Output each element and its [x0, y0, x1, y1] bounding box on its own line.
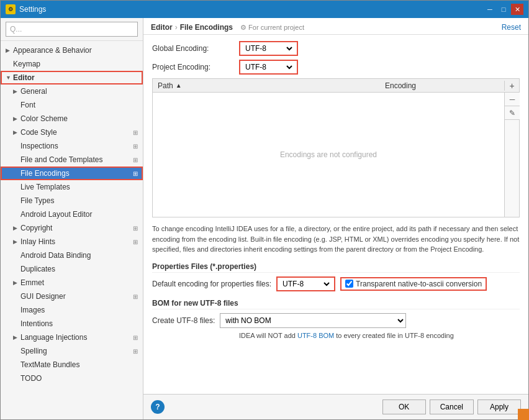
- ok-button[interactable]: OK: [382, 399, 426, 414]
- settings-icon: ⊞: [133, 293, 138, 300]
- sidebar-item-images[interactable]: Images: [1, 303, 143, 317]
- window-controls: ─ □ ✕: [484, 4, 523, 15]
- search-input[interactable]: [6, 22, 138, 37]
- table-sidebar: ─ ✎: [504, 93, 519, 217]
- sidebar-item-todo[interactable]: TODO: [1, 372, 143, 385]
- bom-section-title: BOM for new UTF-8 files: [152, 299, 520, 309]
- maximize-button[interactable]: □: [497, 4, 510, 15]
- main-panel: Editor › File Encodings ⚙ For current pr…: [143, 18, 528, 419]
- settings-icon: ⊞: [133, 143, 138, 150]
- expand-arrow: ▶: [13, 280, 20, 286]
- expand-arrow: ▶: [13, 88, 20, 94]
- settings-icon: ⊞: [133, 239, 138, 245]
- sidebar-item-spelling[interactable]: Spelling ⊞: [1, 344, 143, 358]
- sort-arrow-icon: ▲: [176, 82, 182, 89]
- expand-arrow: ▶: [13, 334, 20, 340]
- app-icon: ⚙: [6, 4, 16, 14]
- sidebar-item-android-layout-editor[interactable]: Android Layout Editor: [1, 208, 143, 221]
- description-text: To change encoding IntelliJ IDEA uses fo…: [152, 224, 520, 255]
- sidebar-item-file-types[interactable]: File Types: [1, 194, 143, 208]
- sidebar-item-intentions[interactable]: Intentions: [1, 317, 143, 331]
- global-encoding-label: Global Encoding:: [152, 44, 239, 53]
- sidebar-item-emmet[interactable]: ▶ Emmet: [1, 276, 143, 290]
- expand-arrow: ▶: [13, 225, 20, 231]
- encoding-column-header: Encoding: [380, 81, 504, 90]
- transparent-label: Transparent native-to-ascii conversion: [356, 280, 482, 288]
- settings-icon: ⊞: [133, 225, 138, 232]
- bom-note: IDEA will NOT add UTF-8 BOM to every cre…: [152, 332, 520, 339]
- apply-button[interactable]: Apply: [477, 399, 521, 414]
- global-encoding-dropdown[interactable]: UTF-8 UTF-16 ISO-8859-1: [243, 43, 294, 53]
- reset-link[interactable]: Reset: [502, 23, 521, 32]
- properties-row: Default encoding for properties files: U…: [152, 276, 520, 291]
- cancel-button[interactable]: Cancel: [430, 399, 474, 414]
- expand-arrow: ▼: [6, 75, 13, 81]
- table-empty-message: Encodings are not configured: [153, 93, 504, 217]
- minimize-button[interactable]: ─: [484, 4, 496, 15]
- settings-icon: ⊞: [133, 170, 138, 177]
- settings-icon: ⊞: [133, 129, 138, 136]
- table-up-button[interactable]: ─: [505, 93, 520, 106]
- breadcrumb-current: File Encodings: [180, 23, 233, 32]
- bom-note-prefix: IDEA will NOT add: [239, 332, 297, 339]
- breadcrumb: Editor › File Encodings ⚙ For current pr…: [151, 23, 304, 32]
- sidebar-item-copyright[interactable]: ▶ Copyright ⊞: [1, 221, 143, 235]
- project-encoding-label: Project Encoding:: [152, 63, 239, 71]
- sidebar-item-live-templates[interactable]: Live Templates: [1, 180, 143, 194]
- settings-window: ⚙ Settings ─ □ ✕ ▶ Appearance & Behavior: [0, 0, 529, 420]
- project-encoding-dropdown[interactable]: UTF-8 UTF-16 ISO-8859-1: [243, 62, 294, 72]
- sidebar-item-inspections[interactable]: Inspections ⊞: [1, 139, 143, 153]
- sidebar-item-editor[interactable]: ▼ Editor: [1, 71, 143, 84]
- create-utf8-label: Create UTF-8 files:: [152, 316, 215, 325]
- transparent-checkbox[interactable]: [345, 280, 353, 288]
- sidebar-item-gui-designer[interactable]: GUI Designer ⊞: [1, 290, 143, 303]
- sidebar-item-general[interactable]: ▶ General: [1, 84, 143, 98]
- properties-encoding-dropdown[interactable]: UTF-8 ISO-8859-1: [280, 279, 332, 289]
- bom-select-dropdown[interactable]: with NO BOM with BOM: [220, 314, 405, 327]
- sidebar-item-file-templates[interactable]: File and Code Templates ⊞: [1, 153, 143, 167]
- sidebar-item-file-encodings[interactable]: File Encodings ⊞: [1, 167, 143, 180]
- table-header: Path ▲ Encoding +: [153, 79, 519, 93]
- bom-note-link[interactable]: UTF-8 BOM: [297, 332, 334, 339]
- bom-select-wrapper[interactable]: with NO BOM with BOM: [220, 313, 406, 328]
- project-encoding-row: Project Encoding: UTF-8 UTF-16 ISO-8859-…: [152, 60, 520, 75]
- properties-section-title: Properties Files (*.properties): [152, 262, 520, 273]
- sidebar-item-code-style[interactable]: ▶ Code Style ⊞: [1, 126, 143, 139]
- expand-arrow: ▶: [13, 129, 20, 135]
- sidebar-item-font[interactable]: Font: [1, 98, 143, 112]
- bom-note-suffix: to every created file in UTF-8 encoding: [334, 332, 454, 339]
- sidebar-item-android-data-binding[interactable]: Android Data Binding: [1, 249, 143, 262]
- transparent-checkbox-wrapper[interactable]: Transparent native-to-ascii conversion: [340, 277, 487, 291]
- search-box: [1, 18, 143, 41]
- settings-icon: ⊞: [133, 348, 138, 355]
- expand-arrow: ▶: [6, 47, 13, 53]
- breadcrumb-parent: Editor: [151, 23, 173, 32]
- main-header: Editor › File Encodings ⚙ For current pr…: [143, 18, 528, 35]
- settings-icon: ⊞: [133, 334, 138, 341]
- properties-encoding-select[interactable]: UTF-8 ISO-8859-1: [276, 276, 335, 291]
- sidebar-item-appearance[interactable]: ▶ Appearance & Behavior: [1, 43, 143, 57]
- main-body: Global Encoding: UTF-8 UTF-16 ISO-8859-1…: [143, 35, 528, 394]
- project-encoding-select[interactable]: UTF-8 UTF-16 ISO-8859-1: [239, 60, 298, 75]
- table-edit-button[interactable]: ✎: [505, 106, 520, 120]
- add-row-button[interactable]: +: [504, 81, 519, 91]
- default-encoding-label: Default encoding for properties files:: [152, 280, 271, 288]
- help-button[interactable]: ?: [151, 400, 165, 414]
- global-encoding-select[interactable]: UTF-8 UTF-16 ISO-8859-1: [239, 41, 298, 56]
- footer-left: ?: [151, 400, 379, 414]
- for-current-label: ⚙ For current project: [240, 24, 304, 32]
- sidebar-item-language-injections[interactable]: ▶ Language Injections ⊞: [1, 331, 143, 344]
- close-button[interactable]: ✕: [511, 4, 523, 15]
- sidebar-item-inlay-hints[interactable]: ▶ Inlay Hints ⊞: [1, 235, 143, 249]
- table-area: Encodings are not configured ─ ✎: [153, 93, 519, 217]
- sidebar-item-color-scheme[interactable]: ▶ Color Scheme: [1, 112, 143, 126]
- footer: ? OK Cancel Apply: [143, 394, 528, 419]
- window-title: Settings: [19, 5, 46, 14]
- sidebar-item-duplicates[interactable]: Duplicates: [1, 262, 143, 276]
- expand-arrow: ▶: [13, 239, 20, 245]
- title-bar: ⚙ Settings ─ □ ✕: [1, 1, 528, 18]
- sidebar-item-keymap[interactable]: Keymap: [1, 57, 143, 71]
- nav-tree: ▶ Appearance & Behavior Keymap ▼ Editor: [1, 41, 143, 419]
- breadcrumb-separator: ›: [175, 23, 178, 32]
- sidebar-item-textmate-bundles[interactable]: TextMate Bundles: [1, 358, 143, 372]
